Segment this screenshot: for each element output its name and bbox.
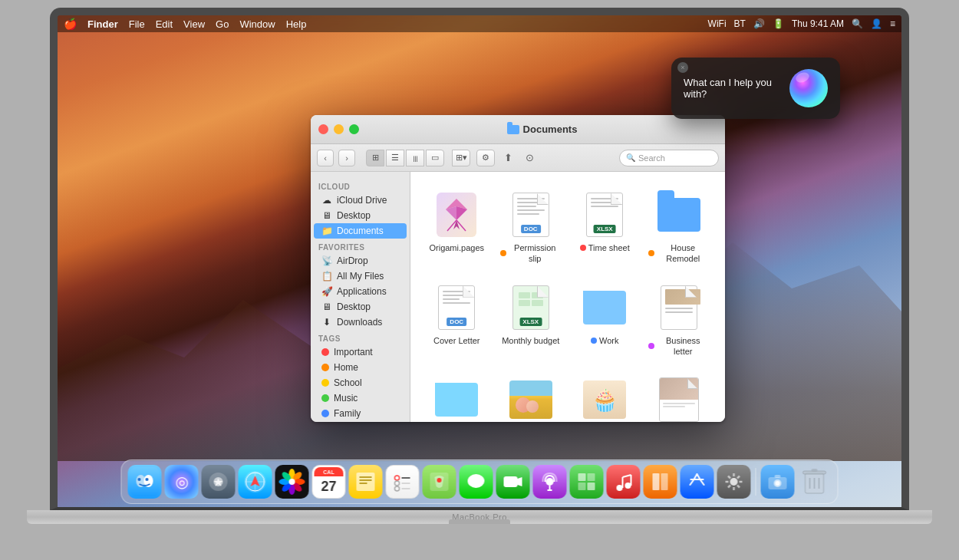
sidebar-label-applications: Applications [337, 286, 387, 297]
file-monthly-budget[interactable]: XLSX Monthly budget [497, 277, 565, 364]
dock-messages-app[interactable] [460, 465, 493, 499]
dock-books-app[interactable] [644, 465, 677, 499]
doc-line [591, 202, 618, 203]
menubar-help[interactable]: Help [286, 18, 307, 30]
file-permission-slip[interactable]: DOC Permission slip [497, 184, 565, 271]
dock-trash[interactable] [798, 465, 832, 499]
sidebar-item-icloud-drive[interactable]: ☁ iCloud Drive [314, 193, 407, 208]
menubar-file[interactable]: File [129, 18, 145, 30]
sidebar-tag-important[interactable]: Important [314, 344, 407, 360]
sidebar-item-airdrop[interactable]: 📡 AirDrop [314, 253, 407, 268]
sidebar-item-desktop-icloud[interactable]: 🖥 Desktop [314, 208, 407, 223]
apple-menu[interactable]: 🍎 [64, 18, 77, 30]
window-minimize-button[interactable] [334, 124, 344, 134]
sidebar-label-desktop-icloud: Desktop [337, 210, 371, 221]
dock-launchpad[interactable] [202, 465, 236, 499]
tag-button[interactable]: ⊙ [521, 150, 538, 166]
dock-divider [756, 468, 756, 496]
sidebar-tag-school[interactable]: School [314, 375, 407, 390]
file-label-origami: Origami.pages [429, 242, 484, 253]
tag-dot-music [321, 394, 329, 402]
sidebar-item-desktop[interactable]: 🖥 Desktop [314, 299, 407, 315]
menubar-finder[interactable]: Finder [87, 18, 118, 30]
sidebar-tag-home[interactable]: Home [314, 360, 407, 375]
file-cover-letter[interactable]: DOC Cover Letter [423, 277, 491, 364]
dock-finder[interactable] [128, 465, 162, 499]
file-work-folder[interactable]: Work [571, 277, 639, 364]
file-dot-work [591, 338, 597, 344]
dock-siri[interactable]: ◎ [165, 465, 199, 499]
doc-line [665, 308, 693, 309]
dock-facetime-app[interactable] [496, 465, 530, 499]
menubar-list-icon[interactable]: ≡ [890, 18, 895, 29]
menubar-window[interactable]: Window [239, 18, 275, 30]
menubar-edit[interactable]: Edit [156, 18, 173, 30]
tags-section-label: Tags [311, 330, 410, 344]
dock-numbers-app[interactable] [570, 465, 604, 499]
file-origami[interactable]: Origami.pages [423, 184, 491, 271]
dock-podcasts-app[interactable] [533, 465, 567, 499]
svg-rect-71 [775, 475, 781, 478]
dock-camera-app[interactable] [761, 465, 795, 499]
window-maximize-button[interactable] [349, 124, 359, 134]
share-button[interactable]: ⬆ [499, 150, 516, 166]
siri-prompt-text: What can I help you with? [684, 77, 780, 100]
sidebar-label-desktop: Desktop [337, 301, 371, 312]
macbook-notch [449, 519, 510, 524]
file-time-sheet[interactable]: XLSX Time sheet [571, 184, 639, 271]
favorites-section-label: Favorites [311, 239, 410, 253]
sidebar-tag-music[interactable]: Music [314, 390, 407, 406]
dock-system-prefs[interactable] [717, 465, 751, 499]
back-button[interactable]: ‹ [317, 150, 334, 166]
dock-safari[interactable] [239, 465, 272, 499]
file-summer-plans[interactable]: Summer Plans [423, 369, 491, 422]
icon-view-button[interactable]: ⊞ [366, 150, 384, 166]
sidebar-item-applications[interactable]: 🚀 Applications [314, 284, 407, 299]
file-beach[interactable]: Day at the beach [497, 369, 565, 422]
menubar-user-icon[interactable]: 👤 [871, 18, 882, 29]
menubar-go[interactable]: Go [216, 18, 229, 30]
svg-point-11 [146, 478, 149, 481]
dock-appstore-app[interactable] [681, 465, 714, 499]
file-business-letter[interactable]: Business letter [645, 277, 713, 364]
siri-popup: × What can I help you with? [671, 58, 840, 119]
dock-notes-app[interactable] [349, 465, 383, 499]
list-view-button[interactable]: ☰ [386, 150, 404, 166]
svg-point-41 [468, 474, 485, 488]
file-trip-zip[interactable]: Derreks Trip.zip [645, 369, 713, 422]
svg-point-10 [138, 478, 141, 481]
tag-dot-home [321, 364, 329, 371]
sidebar-item-all-my-files[interactable]: 📋 All My Files [314, 268, 407, 284]
file-house-remodel[interactable]: House Remodel [645, 184, 713, 271]
svg-point-70 [776, 481, 780, 486]
sidebar-label-icloud-drive: iCloud Drive [337, 195, 387, 206]
menubar-search-icon[interactable]: 🔍 [852, 18, 863, 29]
sidebar-label-all-my-files: All My Files [337, 271, 384, 282]
cover-flow-button[interactable]: ▭ [426, 150, 444, 166]
siri-close-button[interactable]: × [677, 62, 688, 73]
window-close-button[interactable] [318, 124, 328, 134]
sidebar-item-downloads[interactable]: ⬇ Downloads [314, 315, 407, 330]
finder-title-text: Documents [523, 124, 578, 135]
action-button[interactable]: ⚙ [476, 150, 495, 166]
menubar-view[interactable]: View [183, 18, 205, 30]
dock-reminders-app[interactable] [386, 465, 420, 499]
column-view-button[interactable]: ⫼ [406, 150, 424, 166]
forward-button[interactable]: › [338, 150, 355, 166]
sort-button[interactable]: ⊞▾ [452, 150, 470, 166]
file-label-monthly-budget: Monthly budget [502, 335, 559, 346]
file-cupcakes[interactable]: 🧁 Birthday Cupcakes [571, 369, 639, 422]
sidebar-tag-travel[interactable]: Travel [314, 421, 407, 422]
tag-dot-family [321, 410, 329, 417]
sidebar-tag-family[interactable]: Family [314, 406, 407, 421]
finder-toolbar: ‹ › ⊞ ☰ ⫼ ▭ ⊞▾ ⚙ ⬆ ⊙ [311, 144, 725, 172]
svg-rect-43 [504, 476, 518, 487]
dock-calendar-app[interactable]: CAL 27 [312, 465, 346, 499]
file-icon-business-letter [656, 283, 702, 332]
sidebar-item-documents[interactable]: 📁 Documents [314, 223, 407, 239]
search-box[interactable]: 🔍 Search [619, 150, 719, 166]
menubar: 🍎 Finder File Edit View Go Window Help W… [58, 15, 901, 32]
dock-photos-app[interactable] [275, 465, 309, 499]
dock-maps-app[interactable] [423, 465, 456, 499]
dock-music-app[interactable] [607, 465, 641, 499]
